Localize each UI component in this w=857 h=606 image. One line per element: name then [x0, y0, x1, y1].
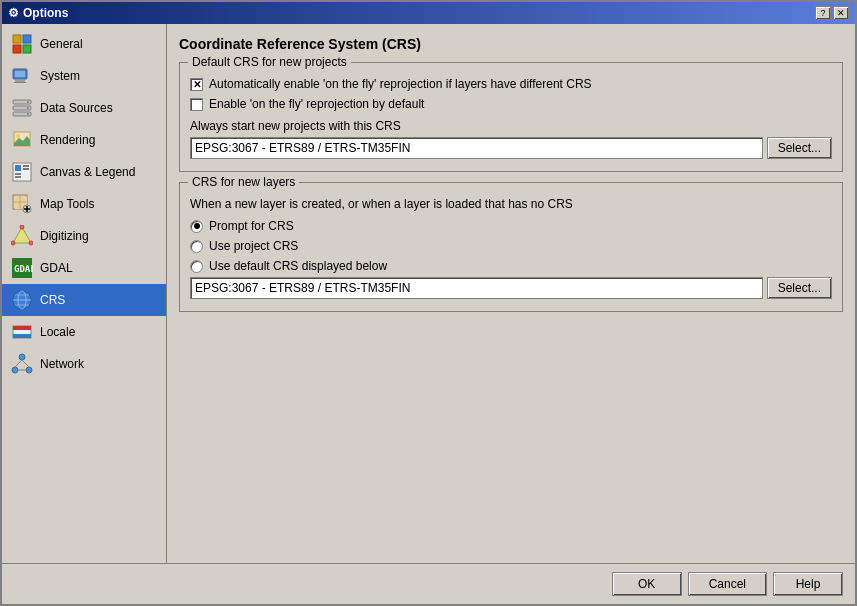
radio1-label: Prompt for CRS — [209, 219, 294, 233]
close-button[interactable]: ✕ — [833, 6, 849, 20]
sidebar-label-rendering: Rendering — [40, 133, 95, 147]
svg-rect-3 — [23, 45, 31, 53]
svg-text:GDAL: GDAL — [14, 264, 33, 274]
sidebar-label-system: System — [40, 69, 80, 83]
window-title: Options — [23, 6, 68, 20]
sidebar-item-maptools[interactable]: Map Tools — [2, 188, 166, 220]
svg-point-29 — [20, 225, 24, 229]
group-layers-crs-title: CRS for new layers — [188, 175, 299, 189]
checkbox1-label: Automatically enable 'on the fly' reproj… — [209, 77, 592, 91]
select-btn2[interactable]: Select... — [767, 277, 832, 299]
cancel-button[interactable]: Cancel — [688, 572, 767, 596]
sidebar-label-crs: CRS — [40, 293, 65, 307]
network-icon — [10, 352, 34, 376]
sidebar: General System — [2, 24, 167, 563]
rendering-icon — [10, 128, 34, 152]
group-layers-crs: CRS for new layers When a new layer is c… — [179, 182, 843, 312]
svg-rect-6 — [14, 82, 26, 83]
sidebar-item-network[interactable]: Network — [2, 348, 166, 380]
crs-input1[interactable] — [190, 137, 763, 159]
radio3-row[interactable]: Use default CRS displayed below — [190, 259, 832, 273]
locale-icon — [10, 320, 34, 344]
svg-rect-17 — [15, 165, 21, 171]
crs-input2[interactable] — [190, 277, 763, 299]
sidebar-label-gdal: GDAL — [40, 261, 73, 275]
title-bar-text: ⚙ Options — [8, 6, 68, 20]
radio2-row[interactable]: Use project CRS — [190, 239, 832, 253]
main-content: General System — [2, 24, 855, 563]
svg-rect-13 — [27, 114, 29, 115]
sidebar-item-general[interactable]: General — [2, 28, 166, 60]
checkbox1-row[interactable]: Automatically enable 'on the fly' reproj… — [190, 77, 832, 91]
sidebar-label-maptools: Map Tools — [40, 197, 94, 211]
group-default-crs-title: Default CRS for new projects — [188, 55, 351, 69]
help-button[interactable]: ? — [815, 6, 831, 20]
svg-line-46 — [22, 360, 29, 367]
svg-rect-5 — [15, 80, 25, 82]
svg-rect-7 — [15, 71, 25, 77]
system-icon — [10, 64, 34, 88]
options-window: ⚙ Options ? ✕ General — [0, 0, 857, 606]
canvas-legend-icon — [10, 160, 34, 184]
checkbox-autofly[interactable] — [190, 78, 203, 91]
svg-rect-40 — [13, 326, 31, 330]
crs-icon — [10, 288, 34, 312]
title-bar: ⚙ Options ? ✕ — [2, 2, 855, 24]
sidebar-item-digitizing[interactable]: Digitizing — [2, 220, 166, 252]
sidebar-item-datasources[interactable]: Data Sources — [2, 92, 166, 124]
sidebar-label-locale: Locale — [40, 325, 75, 339]
radio2-label: Use project CRS — [209, 239, 298, 253]
radio-project-crs[interactable] — [190, 240, 203, 253]
sidebar-item-locale[interactable]: Locale — [2, 316, 166, 348]
sidebar-label-digitizing: Digitizing — [40, 229, 89, 243]
radio3-label: Use default CRS displayed below — [209, 259, 387, 273]
sidebar-item-system[interactable]: System — [2, 60, 166, 92]
svg-point-15 — [16, 134, 20, 138]
gdal-icon: GDAL — [10, 256, 34, 280]
page-title: Coordinate Reference System (CRS) — [179, 36, 843, 52]
datasources-icon — [10, 96, 34, 120]
sidebar-label-datasources: Data Sources — [40, 101, 113, 115]
sidebar-label-network: Network — [40, 357, 84, 371]
general-icon — [10, 32, 34, 56]
crs-input-row1: Select... — [190, 137, 832, 159]
bottom-bar: OK Cancel Help — [2, 563, 855, 604]
ok-button[interactable]: OK — [612, 572, 682, 596]
crs-label1: Always start new projects with this CRS — [190, 119, 832, 133]
svg-rect-12 — [27, 108, 29, 109]
checkbox-enablefly[interactable] — [190, 98, 203, 111]
svg-point-31 — [11, 241, 15, 245]
checkbox2-label: Enable 'on the fly' reprojection by defa… — [209, 97, 424, 111]
crs-input-row2: Select... — [190, 277, 832, 299]
svg-line-45 — [15, 360, 22, 367]
svg-rect-19 — [15, 176, 21, 178]
svg-rect-11 — [27, 102, 29, 103]
sidebar-item-gdal[interactable]: GDAL GDAL — [2, 252, 166, 284]
content-area: Coordinate Reference System (CRS) Defaul… — [167, 24, 855, 563]
layers-crs-description: When a new layer is created, or when a l… — [190, 197, 832, 211]
sidebar-item-canvas-legend[interactable]: Canvas & Legend — [2, 156, 166, 188]
radio-default-crs[interactable] — [190, 260, 203, 273]
sidebar-label-general: General — [40, 37, 83, 51]
svg-rect-1 — [13, 45, 21, 53]
svg-point-30 — [29, 241, 33, 245]
sidebar-label-canvas-legend: Canvas & Legend — [40, 165, 135, 179]
svg-rect-18 — [15, 173, 21, 175]
radio-prompt-crs[interactable] — [190, 220, 203, 233]
radio1-row[interactable]: Prompt for CRS — [190, 219, 832, 233]
svg-point-42 — [19, 354, 25, 360]
svg-rect-41 — [13, 334, 31, 338]
sidebar-item-crs[interactable]: CRS — [2, 284, 166, 316]
checkbox2-row[interactable]: Enable 'on the fly' reprojection by defa… — [190, 97, 832, 111]
group-default-crs: Default CRS for new projects Automatical… — [179, 62, 843, 172]
window-icon: ⚙ — [8, 6, 19, 20]
select-btn1[interactable]: Select... — [767, 137, 832, 159]
help-bottom-button[interactable]: Help — [773, 572, 843, 596]
title-bar-buttons: ? ✕ — [815, 6, 849, 20]
sidebar-item-rendering[interactable]: Rendering — [2, 124, 166, 156]
svg-rect-2 — [23, 35, 31, 43]
svg-rect-0 — [13, 35, 21, 43]
digitizing-icon — [10, 224, 34, 248]
maptools-icon — [10, 192, 34, 216]
